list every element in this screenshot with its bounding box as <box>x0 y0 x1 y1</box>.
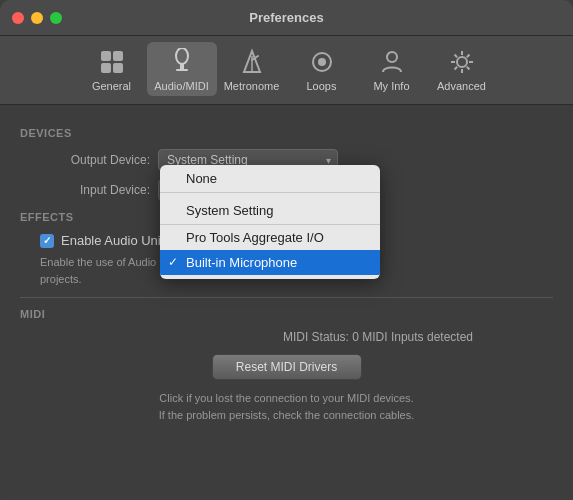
midi-section: MIDI MIDI Status: 0 MIDI Inputs detected… <box>20 308 553 423</box>
toolbar: General Audio/MIDI <box>0 36 573 105</box>
dropdown-menu: None System Setting Pro Tools Aggregate … <box>160 165 380 279</box>
dropdown-item-pro-tools[interactable]: Pro Tools Aggregate I/O <box>160 225 380 250</box>
svg-line-19 <box>466 67 469 70</box>
tab-general[interactable]: General <box>77 42 147 96</box>
enable-audio-units-label: Enable Audio Units <box>61 233 171 248</box>
reset-btn-row: Reset MIDI Drivers <box>20 354 553 380</box>
window-title: Preferences <box>249 10 323 25</box>
tab-advanced-label: Advanced <box>437 80 486 92</box>
svg-point-13 <box>457 57 467 67</box>
dropdown-item-system-setting[interactable]: System Setting <box>160 197 380 225</box>
traffic-lights <box>12 12 62 24</box>
svg-point-4 <box>176 48 188 64</box>
tab-my-info[interactable]: My Info <box>357 42 427 96</box>
dropdown-overlay: None System Setting Pro Tools Aggregate … <box>160 165 380 279</box>
title-bar: Preferences <box>0 0 573 36</box>
tab-metronome-label: Metronome <box>224 80 280 92</box>
svg-rect-6 <box>176 69 188 71</box>
midi-description-line1: Click if you lost the connection to your… <box>159 392 413 404</box>
svg-rect-3 <box>113 63 123 73</box>
tab-audio-midi-label: Audio/MIDI <box>154 80 208 92</box>
svg-line-20 <box>466 55 469 58</box>
midi-status-label: MIDI Status: 0 MIDI Inputs detected <box>283 330 473 344</box>
advanced-icon <box>446 46 478 78</box>
output-device-label: Output Device: <box>30 153 150 167</box>
svg-line-21 <box>454 67 457 70</box>
checkbox-check-icon: ✓ <box>43 235 51 246</box>
audio-midi-icon <box>166 46 198 78</box>
svg-rect-5 <box>180 64 184 69</box>
devices-header: Devices <box>20 127 553 139</box>
dropdown-item-built-in-mic[interactable]: Built-in Microphone <box>160 250 380 275</box>
input-device-label: Input Device: <box>30 183 150 197</box>
toolbar-items: General Audio/MIDI <box>77 42 497 96</box>
enable-audio-units-checkbox[interactable]: ✓ <box>40 234 54 248</box>
dropdown-item-none[interactable]: None <box>160 165 380 193</box>
general-icon <box>96 46 128 78</box>
main-content: Devices Output Device: System Setting In… <box>0 105 573 500</box>
midi-description: Click if you lost the connection to your… <box>117 390 457 423</box>
reset-midi-button[interactable]: Reset MIDI Drivers <box>212 354 362 380</box>
tab-advanced[interactable]: Advanced <box>427 42 497 96</box>
midi-header: MIDI <box>20 308 553 320</box>
tab-general-label: General <box>92 80 131 92</box>
svg-point-12 <box>387 52 397 62</box>
preferences-window: Preferences General <box>0 0 573 500</box>
metronome-icon <box>236 46 268 78</box>
section-divider-1 <box>20 297 553 298</box>
tab-audio-midi[interactable]: Audio/MIDI <box>147 42 217 96</box>
tab-loops-label: Loops <box>307 80 337 92</box>
close-button[interactable] <box>12 12 24 24</box>
svg-line-18 <box>454 55 457 58</box>
midi-description-line2: If the problem persists, check the conne… <box>159 409 415 421</box>
svg-rect-2 <box>101 63 111 73</box>
dropdown-section: System Setting Pro Tools Aggregate I/O B… <box>160 193 380 279</box>
loops-icon <box>306 46 338 78</box>
minimize-button[interactable] <box>31 12 43 24</box>
midi-status-row: MIDI Status: 0 MIDI Inputs detected <box>20 330 553 344</box>
svg-rect-0 <box>101 51 111 61</box>
my-info-icon <box>376 46 408 78</box>
maximize-button[interactable] <box>50 12 62 24</box>
tab-my-info-label: My Info <box>373 80 409 92</box>
tab-loops[interactable]: Loops <box>287 42 357 96</box>
svg-rect-1 <box>113 51 123 61</box>
tab-metronome[interactable]: Metronome <box>217 42 287 96</box>
svg-point-11 <box>318 58 326 66</box>
